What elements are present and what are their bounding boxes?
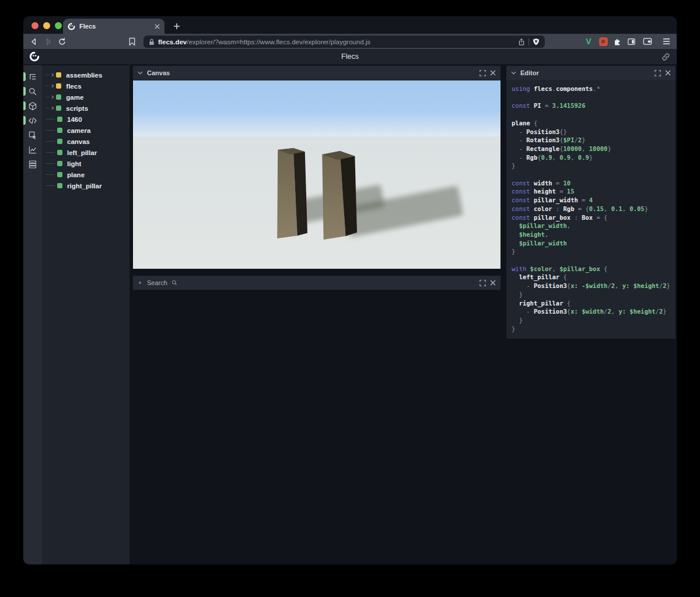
tree-item[interactable]: canvas [42,136,130,147]
tree-item[interactable]: camera [42,125,130,136]
sidebar-entities-cube-icon[interactable] [23,99,42,113]
reload-button[interactable] [55,35,69,48]
canvas-panel: Canvas [133,66,501,269]
url-bar[interactable]: flecs.dev/explorer/?wasm=https://www.fle… [144,36,545,48]
expand-icon[interactable] [654,70,661,76]
tab-favicon-flecs-icon [68,23,75,30]
canvas-panel-title: Canvas [147,69,170,76]
left-pillar [276,148,307,238]
tree-expand-caret-icon[interactable]: › [51,83,54,89]
forward-button[interactable] [41,35,55,48]
extension-adblock-icon[interactable] [597,36,610,47]
share-icon[interactable] [518,38,525,46]
extensions-puzzle-icon[interactable] [611,36,624,47]
tree-entity-dot [57,183,62,188]
back-button[interactable] [27,35,41,48]
app-header: Flecs [23,49,677,65]
chevron-down-icon[interactable] [511,71,516,75]
tree-item[interactable]: light [42,158,130,169]
new-tab-button[interactable] [170,20,183,33]
lock-icon [149,38,155,45]
canvas-panel-header[interactable]: Canvas [133,66,501,80]
tree-item-label: plane [67,171,85,178]
tree-item-label: assemblies [66,72,102,79]
canvas-3d-viewport[interactable] [133,80,501,269]
tree-item-label: right_pillar [67,182,102,189]
tree-entity-dot [57,150,62,155]
tree-entity-dot [56,72,61,78]
editor-code[interactable]: using flecs.components.* const PI = 3.14… [506,80,676,339]
tree-entity-dot [57,117,62,122]
tree-item-label: flecs [66,83,81,90]
tree-guide-line [46,141,55,142]
browser-toolbar: flecs.dev/explorer/?wasm=https://www.fle… [23,34,677,49]
tree-item-label: game [66,94,83,101]
sidebar-code-icon[interactable] [23,113,42,128]
tree-item-label: 1460 [67,116,82,123]
tree-item[interactable]: left_pillar [42,147,130,158]
tree-item-label: left_pillar [67,149,97,156]
tree-entity-dot [57,161,62,166]
url-text: flecs.dev/explorer/?wasm=https://www.fle… [158,38,514,45]
browser-menu-icon[interactable] [660,36,673,47]
tree-expand-caret-icon[interactable]: › [51,105,54,111]
tree-entity-dot [57,128,62,133]
tree-guide-line [46,75,49,75]
close-icon[interactable] [490,70,496,76]
brave-shield-icon[interactable] [533,38,540,46]
close-window-button[interactable] [32,22,38,29]
browser-tab-bar: Flecs [23,16,677,34]
tree-guide-line [46,86,49,86]
wallet-icon[interactable] [641,36,654,47]
search-panel-header[interactable]: Search [133,276,501,290]
tree-item[interactable]: › game [42,92,130,103]
expand-icon[interactable] [480,70,486,76]
url-separator [528,38,529,45]
sidebar-toggle-icon[interactable] [625,36,638,47]
expand-icon[interactable] [480,280,486,286]
editor-panel-title: Editor [520,69,539,76]
tree-entity-dot [56,83,61,89]
tree-guide-line [46,185,55,186]
sidebar-search-icon[interactable] [23,84,42,99]
entity-tree: › assemblies › flecs › game › scripts [42,65,130,564]
bookmark-icon[interactable] [125,35,139,48]
tree-guide-line [46,108,49,108]
tab-title: Flecs [79,23,150,30]
close-icon[interactable] [665,70,671,76]
tree-guide-line [46,152,55,153]
close-icon[interactable] [490,280,496,286]
zoom-window-button[interactable] [55,22,62,29]
sidebar-inspector-icon[interactable] [23,128,42,142]
scene-sky [133,80,501,136]
tree-expand-caret-icon[interactable]: › [51,72,54,78]
tree-item-label: scripts [66,105,88,112]
tree-item[interactable]: right_pillar [42,180,130,191]
sidebar-statistics-icon[interactable] [23,142,42,157]
link-icon[interactable] [662,52,670,61]
sidebar-tables-icon[interactable] [23,157,42,171]
editor-panel-header[interactable]: Editor [506,66,676,80]
tree-item[interactable]: › assemblies [42,69,130,80]
tree-guide-line [46,97,49,97]
browser-tab[interactable]: Flecs [63,19,164,34]
search-magnifier-icon [172,280,177,286]
browser-window: Flecs flecs.dev/explorer/?wasm=https://w… [23,16,677,564]
main-area: Canvas [130,65,677,564]
tree-item[interactable]: › flecs [42,80,130,92]
collapsed-dot-icon[interactable] [139,282,141,284]
extension-v-label: V [586,37,591,46]
tree-item[interactable]: 1460 [42,114,130,125]
tab-close-icon[interactable] [155,24,160,29]
tree-entity-dot [56,106,61,111]
sidebar-tree-icon[interactable] [23,69,42,84]
tree-item[interactable]: plane [42,169,130,180]
chevron-down-icon[interactable] [138,71,143,75]
tree-item[interactable]: › scripts [42,103,130,114]
tree-expand-caret-icon[interactable]: › [51,94,54,100]
minimize-window-button[interactable] [43,22,50,29]
url-domain: flecs.dev [158,38,187,45]
app-content: › assemblies › flecs › game › scripts [23,65,677,564]
extension-vue-icon[interactable]: V [582,36,595,47]
editor-panel: Editor using flecs.components.* const PI… [506,66,676,339]
